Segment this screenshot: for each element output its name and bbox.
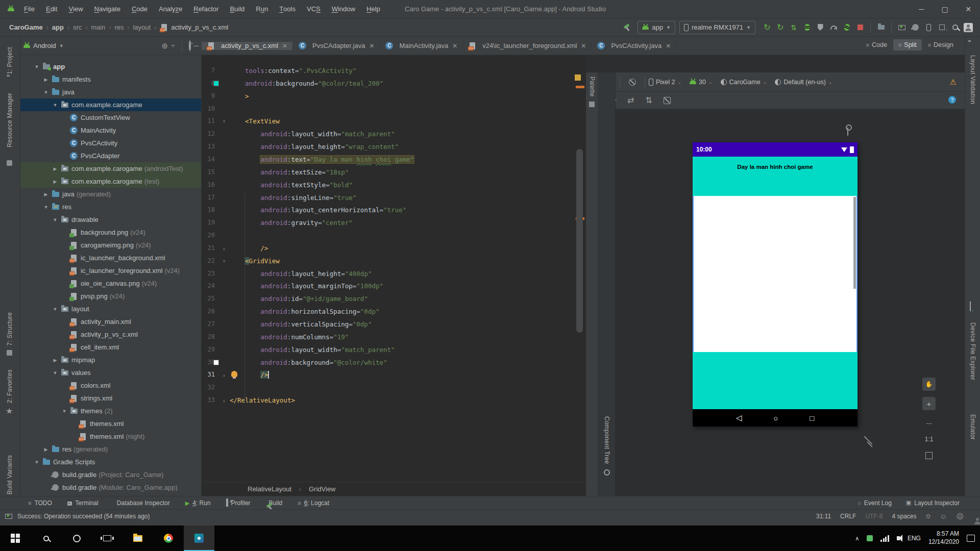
tree-item-activity-p-vs-c-xml[interactable]: activity_p_vs_c.xml: [20, 328, 202, 341]
settings-gear-icon[interactable]: [189, 41, 191, 51]
code-line-10[interactable]: 10: [202, 103, 586, 115]
tree-arrow-icon[interactable]: ▼: [34, 64, 40, 69]
tree-item-pvsp-png[interactable]: pvsp.png (v24): [20, 290, 202, 303]
code-line-29[interactable]: 29android:layout_width="match_parent": [202, 343, 586, 356]
tree-item-customtextview[interactable]: CCustomTextView: [20, 111, 202, 124]
menu-view[interactable]: View: [63, 0, 88, 18]
file-encoding[interactable]: UTF-8: [865, 513, 883, 520]
tree-item-ic-launcher-background-xml[interactable]: ic_launcher_background.xml: [20, 252, 202, 264]
code-line-20[interactable]: 20: [202, 229, 586, 242]
device-preview[interactable]: 10:00 Day la man hinh choi game ◁ ○ □: [693, 142, 857, 427]
tree-item-com-example-carogame[interactable]: ▼com.example.carogame: [20, 98, 202, 111]
breadcrumb-item-main[interactable]: main: [91, 23, 105, 31]
attach-debugger-icon[interactable]: [840, 21, 853, 34]
run-configuration-select[interactable]: app▼: [638, 21, 675, 34]
tree-arrow-icon[interactable]: ▶: [52, 166, 58, 171]
locate-file-icon[interactable]: ⊕: [162, 41, 168, 51]
tray-app-icon[interactable]: [867, 535, 873, 541]
mode-design[interactable]: ≡Design: [923, 39, 959, 51]
run-icon[interactable]: ↻: [761, 21, 774, 34]
tree-item-background-png[interactable]: background.png (v24): [20, 226, 202, 239]
toolwindow-4-run[interactable]: ▶4: Run: [185, 499, 211, 507]
toolwindow-layout-inspector[interactable]: ▣Layout Inspector: [906, 499, 960, 507]
menu-build[interactable]: Build: [224, 0, 250, 18]
tool-tab-device-file-explorer[interactable]: Device File Explorer: [969, 322, 976, 380]
tree-arrow-icon[interactable]: ▼: [52, 217, 58, 222]
toolwindow-6-logcat[interactable]: ≡6: Logcat: [298, 499, 329, 507]
zoom-out-button[interactable]: ─: [922, 416, 936, 430]
api-select[interactable]: 30⌄: [690, 79, 712, 86]
toolwindow-terminal[interactable]: >_Terminal: [67, 499, 99, 507]
code-line-8[interactable]: 8android:background="@color/teal_200": [202, 77, 586, 90]
menu-navigate[interactable]: Navigate: [89, 0, 126, 18]
tab-mainactivity-java[interactable]: CMainActivity.java✕: [380, 42, 463, 50]
code-line-28[interactable]: 28android:numColumns="19": [202, 331, 586, 343]
tree-item-values[interactable]: ▼values: [20, 366, 202, 379]
start-button[interactable]: [0, 525, 31, 551]
tool-tab-project[interactable]: 1: Project: [6, 47, 13, 74]
project-structure-icon[interactable]: [874, 21, 888, 34]
code-line-24[interactable]: 24android:layout_marginTop="100dp": [202, 280, 586, 292]
tree-arrow-icon[interactable]: ▼: [52, 370, 58, 375]
tree-item-com-example-carogame[interactable]: ▶com.example.carogame (test): [20, 175, 202, 188]
tab-pvscadapter-java[interactable]: CPvsCAdapter.java✕: [293, 42, 380, 50]
fold-marker-icon[interactable]: ▿: [223, 115, 226, 128]
profiler-icon[interactable]: [827, 21, 840, 34]
palette-tab[interactable]: Palette: [589, 77, 596, 96]
nav-recents-icon[interactable]: □: [810, 414, 814, 422]
device-manager-icon[interactable]: [922, 21, 935, 34]
nav-back-icon[interactable]: ◁: [736, 413, 742, 422]
code-line-27[interactable]: 27android:verticalSpacing="0dp": [202, 318, 586, 331]
pan-horizontal-icon[interactable]: ⇄: [627, 95, 634, 105]
code-line-14[interactable]: 14android:text="Day la man hinh choi gam…: [202, 153, 586, 166]
indent-setting[interactable]: 4 spaces: [892, 513, 916, 520]
toolwindow-profiler[interactable]: Profiler: [226, 499, 251, 507]
code-line-22[interactable]: 22▿<GridView: [202, 255, 586, 267]
breadcrumb-item-layout[interactable]: layout: [133, 23, 151, 31]
mode-code[interactable]: ≡Code: [861, 39, 892, 51]
toolwindow-build[interactable]: Build: [266, 499, 283, 507]
tree-arrow-icon[interactable]: ▼: [61, 409, 67, 414]
zoom-to-fit-icon[interactable]: [922, 449, 936, 462]
tree-arrow-icon[interactable]: ▶: [52, 179, 58, 184]
toolwindow-event-log[interactable]: ○Event Log: [857, 499, 892, 507]
zoom-level[interactable]: 1:1: [925, 436, 934, 443]
tree-arrow-icon[interactable]: ▶: [43, 192, 49, 197]
sdk-manager-icon[interactable]: [935, 21, 948, 34]
tool-tab-favorites[interactable]: 2: Favorites: [6, 369, 13, 403]
breadcrumb-item-res[interactable]: res: [114, 23, 124, 31]
device-select[interactable]: Pixel 2⌄: [649, 79, 681, 86]
tree-item-gradle-scripts[interactable]: ▼Gradle Scripts: [20, 456, 202, 468]
happy-face-icon[interactable]: ☺: [940, 512, 947, 520]
user-avatar-icon[interactable]: [962, 21, 975, 34]
sad-face-icon[interactable]: ☹: [956, 512, 964, 520]
line-ending[interactable]: CRLF: [840, 513, 856, 520]
pan-hand-icon[interactable]: ✋: [922, 378, 936, 391]
minimize-button[interactable]: ─: [910, 0, 933, 18]
tab-activity-p-vs-c-xml[interactable]: activity_p_vs_c.xml✕: [202, 42, 293, 50]
close-tab-icon[interactable]: ✕: [666, 42, 671, 49]
cortana-icon[interactable]: [61, 525, 92, 551]
code-line-31[interactable]: 31▵/>: [202, 368, 586, 381]
toolwindow-todo[interactable]: ≡TODO: [28, 499, 52, 507]
tool-tab-layout-validation[interactable]: Layout Validation: [969, 55, 976, 104]
intention-bulb-icon[interactable]: [231, 371, 237, 377]
tree-item-pvscadapter[interactable]: CPvsCAdapter: [20, 149, 202, 162]
taskbar-search-icon[interactable]: [31, 525, 61, 551]
close-tab-icon[interactable]: ✕: [282, 42, 287, 49]
tree-item-app[interactable]: ▼app: [20, 60, 202, 73]
tree-arrow-icon[interactable]: ▼: [52, 307, 58, 312]
search-everywhere-icon[interactable]: [948, 21, 962, 34]
menu-analyze[interactable]: Analyze: [153, 0, 188, 18]
tool-tab-resource-manager[interactable]: Resource Manager: [6, 93, 13, 147]
code-line-32[interactable]: 32: [202, 381, 586, 394]
readonly-lock-icon[interactable]: ⎊: [925, 513, 930, 520]
tree-item-strings-xml[interactable]: strings.xml: [20, 392, 202, 405]
help-icon[interactable]: ?: [948, 96, 956, 104]
code-line-9[interactable]: 9>: [202, 90, 586, 103]
language-indicator[interactable]: ENG: [908, 535, 921, 542]
menu-tools[interactable]: Tools: [274, 0, 301, 18]
toolwindow-toggle-icon[interactable]: [5, 514, 12, 519]
tree-arrow-icon[interactable]: ▶: [52, 358, 58, 363]
tree-item-java[interactable]: ▶java (generated): [20, 188, 202, 201]
